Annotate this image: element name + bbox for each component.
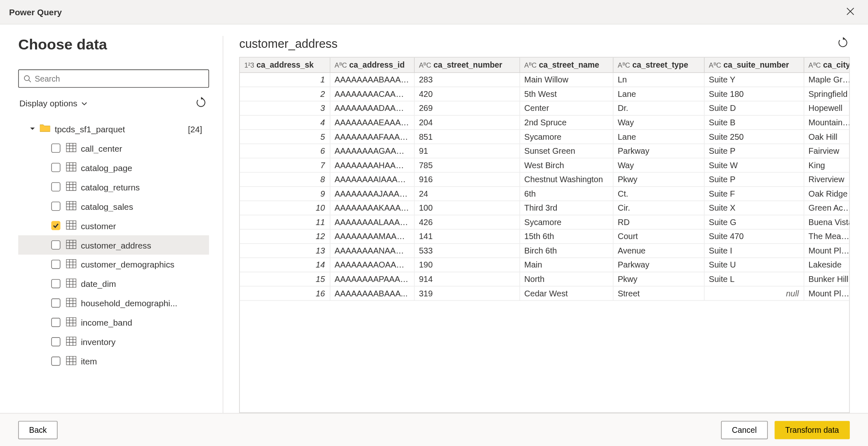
checkbox[interactable] — [51, 202, 60, 211]
table-row[interactable]: 2AAAAAAAACAAAA...4205th WestLaneSuite 18… — [240, 87, 850, 101]
cell: AAAAAAAAIAAAA... — [330, 172, 414, 187]
window-title: Power Query — [9, 7, 62, 16]
column-header-ca_address_sk[interactable]: 1²3ca_address_sk — [240, 58, 330, 73]
table-row[interactable]: 16AAAAAAAABAAA...319Cedar WestStreetnull… — [240, 286, 850, 301]
cancel-button[interactable]: Cancel — [721, 421, 767, 439]
cell: King — [804, 158, 850, 173]
cell: AAAAAAAAPAAAA... — [330, 272, 414, 286]
column-header-ca_street_name[interactable]: AᴮCca_street_name — [519, 58, 613, 73]
checkbox[interactable] — [51, 240, 60, 249]
close-icon[interactable] — [842, 4, 859, 20]
column-header-ca_address_id[interactable]: AᴮCca_address_id — [330, 58, 414, 73]
svg-rect-21 — [66, 221, 76, 229]
table-row[interactable]: 7AAAAAAAAHAAAA...785West BirchWaySuite W… — [240, 158, 850, 173]
svg-rect-26 — [66, 240, 76, 249]
table-icon — [66, 317, 76, 328]
table-row[interactable]: 9AAAAAAAAJAAAA...246th Ct.Suite FOak Rid… — [240, 187, 850, 201]
checkbox[interactable] — [51, 221, 60, 230]
tree-item-customer_demographics[interactable]: customer_demographics — [18, 255, 209, 274]
column-header-ca_city[interactable]: AᴮCca_city — [804, 58, 850, 73]
cell: Main — [519, 258, 613, 272]
cell: North — [519, 272, 613, 286]
table-row[interactable]: 4AAAAAAAAEAAAA...2042nd SpruceWaySuite B… — [240, 115, 850, 130]
checkbox[interactable] — [51, 337, 60, 346]
table-row[interactable]: 6AAAAAAAAGAAAA...91Sunset GreenParkwaySu… — [240, 144, 850, 158]
table-row[interactable]: 11AAAAAAAALAAAA...426Sycamore RDSuite GB… — [240, 215, 850, 230]
checkbox[interactable] — [51, 143, 60, 153]
table-row[interactable]: 3AAAAAAAADAAAA...269CenterDr.Suite DHope… — [240, 101, 850, 116]
column-header-ca_street_type[interactable]: AᴮCca_street_type — [613, 58, 704, 73]
preview-grid[interactable]: 1²3ca_address_skAᴮCca_address_idAᴮCca_st… — [239, 57, 849, 413]
tree-item-household_demographi-[interactable]: household_demographi... — [18, 293, 209, 313]
table-row[interactable]: 12AAAAAAAAMAAAA...14115th 6thCourtSuite … — [240, 230, 850, 244]
tree-item-item[interactable]: item — [18, 352, 209, 371]
column-name: ca_city — [823, 60, 850, 69]
cell: Parkway — [613, 144, 704, 158]
cell: AAAAAAAAJAAAA... — [330, 187, 414, 201]
tree-root-node[interactable]: tpcds_sf1_parquet [24] — [18, 119, 209, 138]
cell: 5 — [240, 130, 330, 144]
folder-icon — [40, 124, 50, 134]
cell: AAAAAAAAGAAAA... — [330, 144, 414, 158]
tree-item-catalog_page[interactable]: catalog_page — [18, 158, 209, 177]
cell: The Meadow — [804, 230, 850, 244]
tree-item-date_dim[interactable]: date_dim — [18, 274, 209, 293]
cell: Oak Ridge — [804, 187, 850, 201]
tree-item-customer_address[interactable]: customer_address — [18, 235, 209, 255]
checkbox[interactable] — [51, 357, 60, 366]
cell: Suite B — [704, 115, 804, 130]
cell: Suite L — [704, 272, 804, 286]
table-row[interactable]: 10AAAAAAAAKAAAA...100Third 3rdCir.Suite … — [240, 201, 850, 216]
caret-down-icon[interactable] — [30, 126, 38, 131]
search-input[interactable] — [18, 70, 209, 88]
checkbox[interactable] — [51, 298, 60, 308]
cell: Suite P — [704, 144, 804, 158]
column-name: ca_suite_number — [723, 60, 789, 69]
table-row[interactable]: 5AAAAAAAAFAAAA...851Sycamore LaneSuite 2… — [240, 130, 850, 144]
cell: Dr. — [613, 101, 704, 116]
tree-item-catalog_returns[interactable]: catalog_returns — [18, 177, 209, 197]
svg-rect-1 — [66, 143, 76, 152]
table-row[interactable]: 13AAAAAAAANAAAA...533Birch 6thAvenueSuit… — [240, 244, 850, 258]
checkbox[interactable] — [51, 318, 60, 327]
table-icon — [66, 356, 76, 366]
tree-item-catalog_sales[interactable]: catalog_sales — [18, 197, 209, 216]
table-row[interactable]: 8AAAAAAAAIAAAA...916Chestnut WashingtonP… — [240, 172, 850, 187]
cell: 533 — [414, 244, 520, 258]
checkbox[interactable] — [51, 182, 60, 191]
cell: 4 — [240, 115, 330, 130]
checkbox[interactable] — [51, 279, 60, 288]
column-header-ca_street_number[interactable]: AᴮCca_street_number — [414, 58, 520, 73]
cell: Ln — [613, 73, 704, 87]
cell: Mountain Vie — [804, 115, 850, 130]
footer-bar: Back Cancel Transform data — [0, 413, 868, 446]
refresh-preview-button[interactable] — [836, 36, 850, 51]
back-button[interactable]: Back — [18, 421, 58, 439]
table-icon — [66, 336, 76, 347]
cell: Street — [613, 286, 704, 301]
cell: Pkwy — [613, 172, 704, 187]
refresh-tree-button[interactable] — [194, 96, 208, 111]
column-header-ca_suite_number[interactable]: AᴮCca_suite_number — [704, 58, 804, 73]
checkbox[interactable] — [51, 260, 60, 269]
display-options-dropdown[interactable]: Display options — [19, 99, 87, 108]
tree-root-count: [24] — [188, 124, 209, 134]
table-row[interactable]: 15AAAAAAAAPAAAA...914NorthPkwySuite LBun… — [240, 272, 850, 286]
table-row[interactable]: 1AAAAAAAABAAAA...283Main WillowLnSuite Y… — [240, 73, 850, 87]
tree-item-call_center[interactable]: call_center — [18, 138, 209, 158]
cell: Riverview — [804, 172, 850, 187]
search-field[interactable] — [35, 74, 204, 83]
checkbox[interactable] — [51, 163, 60, 172]
cell: 204 — [414, 115, 520, 130]
tree-item-inventory[interactable]: inventory — [18, 332, 209, 352]
cell: AAAAAAAADAAAA... — [330, 101, 414, 116]
transform-data-button[interactable]: Transform data — [774, 421, 850, 439]
tree-item-label: customer_address — [81, 240, 151, 249]
cell: Bunker Hill — [804, 272, 850, 286]
preview-title: customer_address — [239, 37, 338, 50]
tree-item-customer[interactable]: customer — [18, 216, 209, 235]
tree-item-income_band[interactable]: income_band — [18, 313, 209, 332]
table-row[interactable]: 14AAAAAAAAOAAAA...190MainParkwaySuite UL… — [240, 258, 850, 272]
cell: Suite G — [704, 215, 804, 230]
cell: 420 — [414, 87, 520, 101]
